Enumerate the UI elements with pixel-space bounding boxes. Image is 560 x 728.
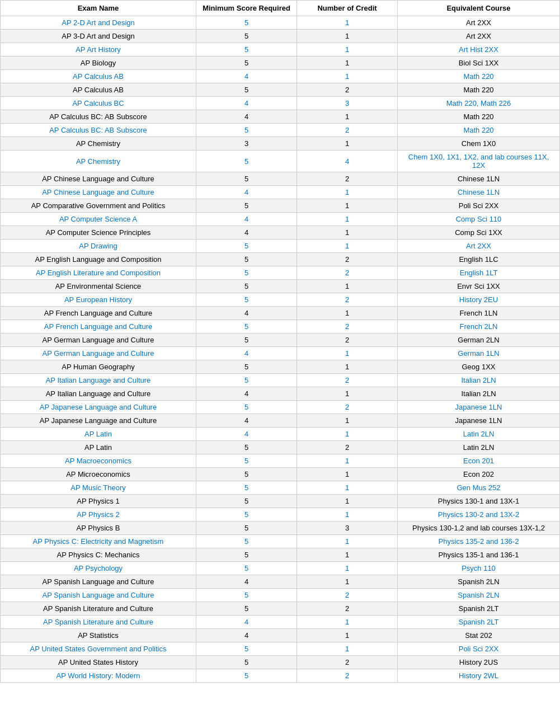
min-score: 5 — [196, 481, 297, 495]
equiv-course: Physics 130-1,2 and lab courses 13X-1,2 — [398, 522, 560, 535]
exam-name: AP Biology — [1, 57, 196, 70]
num-credit: 1 — [297, 562, 398, 575]
exam-name: AP Calculus BC — [1, 97, 196, 110]
exam-name: AP Comparative Government and Politics — [1, 199, 196, 213]
min-score: 4 — [196, 575, 297, 589]
num-credit: 2 — [297, 293, 398, 307]
min-score: 5 — [196, 293, 297, 307]
min-score: 5 — [196, 334, 297, 347]
num-credit: 1 — [297, 642, 398, 656]
table-row: AP Comparative Government and Politics 5… — [1, 199, 560, 213]
table-row: AP Psychology 5 1 Psych 110 — [1, 562, 560, 575]
min-score: 5 — [196, 401, 297, 414]
exam-name: AP Art History — [1, 43, 196, 57]
num-credit: 1 — [297, 239, 398, 253]
equiv-course: Comp Sci 110 — [398, 213, 560, 226]
num-credit: 1 — [297, 535, 398, 548]
table-row: AP Physics C: Mechanics 5 1 Physics 135-… — [1, 548, 560, 562]
exam-name: AP German Language and Culture — [1, 347, 196, 360]
table-row: AP Human Geography 5 1 Geog 1XX — [1, 360, 560, 374]
table-row: AP Italian Language and Culture 4 1 Ital… — [1, 387, 560, 401]
min-score: 4 — [196, 428, 297, 441]
num-credit: 2 — [297, 602, 398, 616]
exam-name: AP Physics 1 — [1, 495, 196, 508]
exam-name: AP Statistics — [1, 629, 196, 642]
min-score: 5 — [196, 57, 297, 70]
equiv-course: Chinese 1LN — [398, 186, 560, 199]
num-credit: 2 — [297, 589, 398, 602]
exam-name: AP Psychology — [1, 562, 196, 575]
num-credit: 1 — [297, 468, 398, 481]
equiv-course: Chinese 1LN — [398, 172, 560, 186]
table-row: AP Drawing 5 1 Art 2XX — [1, 239, 560, 253]
table-row: AP English Language and Composition 5 2 … — [1, 253, 560, 266]
num-credit: 2 — [297, 266, 398, 280]
num-credit: 2 — [297, 656, 398, 669]
min-score: 5 — [196, 360, 297, 374]
min-score: 4 — [196, 307, 297, 320]
min-score: 5 — [196, 602, 297, 616]
exam-name: AP Chemistry — [1, 137, 196, 151]
min-score: 5 — [196, 320, 297, 334]
table-row: AP European History 5 2 History 2EU — [1, 293, 560, 307]
min-score: 5 — [196, 151, 297, 172]
equiv-course: English 1LT — [398, 266, 560, 280]
table-row: AP Art History 5 1 Art Hist 2XX — [1, 43, 560, 57]
min-score: 5 — [196, 548, 297, 562]
table-row: AP French Language and Culture 4 1 Frenc… — [1, 307, 560, 320]
num-credit: 2 — [297, 401, 398, 414]
exam-name: AP Calculus AB — [1, 83, 196, 97]
exam-name: AP Physics 2 — [1, 508, 196, 522]
num-credit: 1 — [297, 495, 398, 508]
exam-name: AP Drawing — [1, 239, 196, 253]
equiv-course: Latin 2LN — [398, 428, 560, 441]
header-exam: Exam Name — [1, 1, 196, 16]
min-score: 4 — [196, 387, 297, 401]
equiv-course: Japanese 1LN — [398, 401, 560, 414]
num-credit: 1 — [297, 454, 398, 468]
exam-name: AP Human Geography — [1, 360, 196, 374]
table-row: AP Italian Language and Culture 5 2 Ital… — [1, 374, 560, 387]
table-row: AP Spanish Literature and Culture 4 1 Sp… — [1, 616, 560, 629]
exam-name: AP Music Theory — [1, 481, 196, 495]
table-row: AP Chemistry 5 4 Chem 1X0, 1X1, 1X2, and… — [1, 151, 560, 172]
num-credit: 1 — [297, 226, 398, 239]
num-credit: 1 — [297, 137, 398, 151]
num-credit: 1 — [297, 186, 398, 199]
table-row: AP German Language and Culture 5 2 Germa… — [1, 334, 560, 347]
exam-name: AP Latin — [1, 428, 196, 441]
exam-name: AP Chinese Language and Culture — [1, 186, 196, 199]
equiv-course: History 2WL — [398, 669, 560, 683]
exam-name: AP French Language and Culture — [1, 320, 196, 334]
exam-name: AP English Literature and Composition — [1, 266, 196, 280]
equiv-course: Comp Sci 1XX — [398, 226, 560, 239]
table-row: AP Chemistry 3 1 Chem 1X0 — [1, 137, 560, 151]
num-credit: 1 — [297, 508, 398, 522]
min-score: 5 — [196, 656, 297, 669]
table-row: AP 3-D Art and Design 5 1 Art 2XX — [1, 30, 560, 43]
table-row: AP Spanish Literature and Culture 5 2 Sp… — [1, 602, 560, 616]
header-equiv: Equivalent Course — [398, 1, 560, 16]
table-row: AP Calculus BC 4 3 Math 220, Math 226 — [1, 97, 560, 110]
equiv-course: German 2LN — [398, 334, 560, 347]
equiv-course: Spanish 2LN — [398, 589, 560, 602]
num-credit: 1 — [297, 414, 398, 428]
equiv-course: Chem 1X0 — [398, 137, 560, 151]
exam-name: AP Chinese Language and Culture — [1, 172, 196, 186]
num-credit: 1 — [297, 307, 398, 320]
exam-name: AP Japanese Language and Culture — [1, 401, 196, 414]
min-score: 5 — [196, 16, 297, 30]
table-row: AP Spanish Language and Culture 4 1 Span… — [1, 575, 560, 589]
equiv-course: History 2US — [398, 656, 560, 669]
table-row: AP Spanish Language and Culture 5 2 Span… — [1, 589, 560, 602]
exam-name: AP Computer Science Principles — [1, 226, 196, 239]
equiv-course: Physics 135-1 and 136-1 — [398, 548, 560, 562]
exam-name: AP German Language and Culture — [1, 334, 196, 347]
equiv-course: History 2EU — [398, 293, 560, 307]
equiv-course: Math 220 — [398, 83, 560, 97]
equiv-course: Art 2XX — [398, 239, 560, 253]
table-row: AP United States Government and Politics… — [1, 642, 560, 656]
table-row: AP Biology 5 1 Biol Sci 1XX — [1, 57, 560, 70]
equiv-course: Psych 110 — [398, 562, 560, 575]
num-credit: 3 — [297, 97, 398, 110]
